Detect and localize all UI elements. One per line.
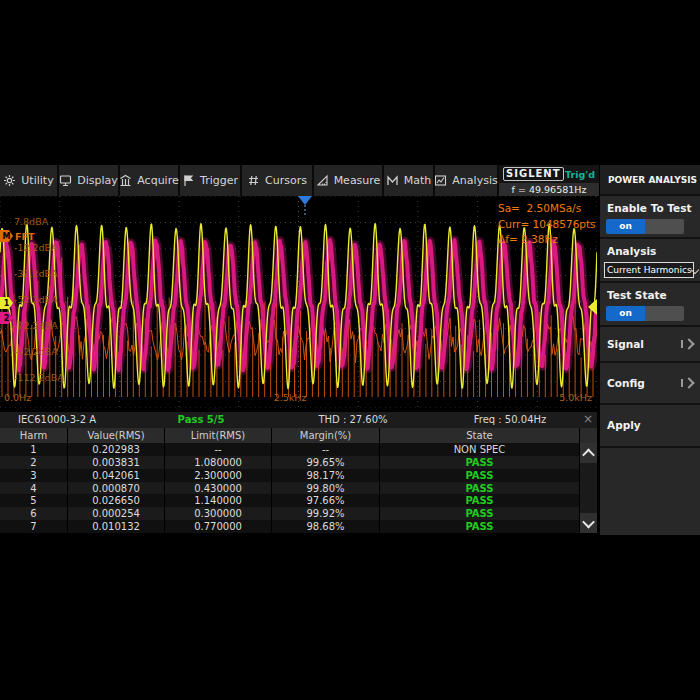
freq-axis-label-right: 5.0kHz xyxy=(559,392,592,403)
toggle-on-state: on xyxy=(606,306,645,321)
apply-label: Apply xyxy=(607,419,641,431)
menu-measure[interactable]: Measure xyxy=(314,165,382,196)
analysis-icon xyxy=(434,174,447,187)
signal-menu-item[interactable]: Signal xyxy=(600,327,700,363)
measure-icon xyxy=(316,174,329,187)
table-row[interactable]: 7 0.010132 0.770000 98.68% PASS xyxy=(0,520,597,533)
cell-limit: 0.430000 xyxy=(165,482,272,495)
panel-title: POWER ANALYSIS xyxy=(608,175,697,185)
cell-limit: 2.300000 xyxy=(165,469,272,482)
apply-button[interactable]: Apply xyxy=(600,405,700,448)
submenu-arrow-icon xyxy=(681,379,693,387)
analysis-dropdown[interactable]: Current Harmonics xyxy=(604,262,694,278)
cell-margin: 98.17% xyxy=(272,469,380,482)
config-menu-item[interactable]: Config xyxy=(600,363,700,405)
menu-label: Utility xyxy=(21,174,53,187)
close-icon[interactable]: × xyxy=(581,412,595,428)
cell-harm: 5 xyxy=(0,494,68,507)
cell-harm: 1 xyxy=(0,443,68,456)
cell-limit: -- xyxy=(165,443,272,456)
toggle-off-state xyxy=(645,219,684,234)
cell-margin: 99.80% xyxy=(272,482,380,495)
cell-value: 0.202983 xyxy=(68,443,165,456)
menu-analysis[interactable]: Analysis xyxy=(435,165,497,196)
menu-cursors[interactable]: Cursors xyxy=(242,165,312,196)
config-label: Config xyxy=(607,377,645,389)
gear-icon xyxy=(3,174,16,187)
menu-math[interactable]: Math xyxy=(384,165,433,196)
table-body: 1 0.202983 -- -- NON SPEC 2 0.003831 1.0… xyxy=(0,443,597,533)
submenu-arrow-icon xyxy=(681,340,693,348)
table-row[interactable]: 6 0.000254 0.300000 99.92% PASS xyxy=(0,507,597,520)
cell-value: 0.000254 xyxy=(68,507,165,520)
trigger-flag-icon xyxy=(182,174,195,187)
db-scale-label: -12.2dBA xyxy=(14,242,58,253)
scroll-up-icon[interactable] xyxy=(580,443,597,463)
table-row[interactable]: 4 0.000870 0.430000 99.80% PASS xyxy=(0,482,597,495)
menu-acquire[interactable]: Acquire xyxy=(120,165,178,196)
test-state-section: Test State on xyxy=(600,283,700,327)
table-row[interactable]: 5 0.026650 1.140000 97.66% PASS xyxy=(0,494,597,507)
enable-to-test-section: Enable To Test on xyxy=(600,196,700,239)
table-row[interactable]: 1 0.202983 -- -- NON SPEC xyxy=(0,443,597,456)
enable-to-test-toggle[interactable]: on xyxy=(606,219,684,234)
cell-margin: -- xyxy=(272,443,380,456)
table-header: Harm Value(RMS) Limit(RMS) Margin(%) Sta… xyxy=(0,428,597,443)
cell-harm: 6 xyxy=(0,507,68,520)
cell-value: 0.026650 xyxy=(68,494,165,507)
cell-margin: 98.68% xyxy=(272,520,380,533)
cell-value: 0.000870 xyxy=(68,482,165,495)
table-scrollbar[interactable] xyxy=(580,443,597,533)
menu-label: Cursors xyxy=(265,174,307,187)
db-scale-label: -112.2dBA xyxy=(14,372,64,383)
col-header-state: State xyxy=(380,428,580,443)
cell-limit: 0.770000 xyxy=(165,520,272,533)
menu-display[interactable]: Display xyxy=(59,165,118,196)
menu-trigger[interactable]: Trigger xyxy=(180,165,240,196)
db-scale-label: -92.2dBA xyxy=(14,346,58,357)
signal-label: Signal xyxy=(607,338,644,350)
col-header-limit: Limit(RMS) xyxy=(165,428,272,443)
power-analysis-panel: POWER ANALYSIS Enable To Test on Analysi… xyxy=(600,165,700,535)
db-scale-label: -32.2dBA xyxy=(14,268,58,279)
table-row[interactable]: 2 0.003831 1.080000 99.65% PASS xyxy=(0,456,597,469)
cell-limit: 0.300000 xyxy=(165,507,272,520)
harmonics-test-table: IEC61000-3-2 A Pass 5/5 THD : 27.60% Fre… xyxy=(0,412,597,533)
brand-block: SIGLENT Trig'd f = 49.96581Hz xyxy=(499,165,599,196)
freq-axis-label-mid: 2.5kHz xyxy=(274,392,307,403)
menu-label: Analysis xyxy=(452,174,497,187)
test-state-toggle[interactable]: on xyxy=(606,306,684,321)
col-header-margin: Margin(%) xyxy=(272,428,380,443)
cell-value: 0.042061 xyxy=(68,469,165,482)
cell-state: PASS xyxy=(380,482,580,495)
cell-harm: 7 xyxy=(0,520,68,533)
cell-margin: 97.66% xyxy=(272,494,380,507)
display-icon xyxy=(59,174,72,187)
scroll-down-icon[interactable] xyxy=(580,513,597,533)
cell-state: NON SPEC xyxy=(380,443,580,456)
col-header-harm: Harm xyxy=(0,428,68,443)
panel-empty-area xyxy=(600,448,700,535)
menu-utility[interactable]: Utility xyxy=(0,165,57,196)
cell-margin: 99.65% xyxy=(272,456,380,469)
cell-limit: 1.080000 xyxy=(165,456,272,469)
col-header-spacer xyxy=(580,428,597,443)
menu-label: Display xyxy=(77,174,118,187)
fft-acquisition-info: Sa= 2.50MSa/s Curr= 1048576pts Δf= 2.38H… xyxy=(498,201,596,248)
cell-harm: 2 xyxy=(0,456,68,469)
top-menu-bar: Utility Display Acquire Trigger Cursors … xyxy=(0,165,597,196)
cell-harm: 4 xyxy=(0,482,68,495)
standard-name: IEC61000-3-2 A xyxy=(18,412,96,428)
cell-margin: 99.92% xyxy=(272,507,380,520)
db-scale-label: 7.8dBA xyxy=(14,216,48,227)
cell-state: PASS xyxy=(380,494,580,507)
table-row[interactable]: 3 0.042061 2.300000 98.17% PASS xyxy=(0,469,597,482)
toggle-off-state xyxy=(645,306,684,321)
math-icon xyxy=(386,174,399,187)
test-state-label: Test State xyxy=(607,289,667,301)
cursors-icon xyxy=(247,174,260,187)
trigger-position-marker[interactable] xyxy=(298,196,312,205)
freq-axis-label-left: 0.0Hz xyxy=(4,392,31,403)
cell-state: PASS xyxy=(380,469,580,482)
siglent-logo: SIGLENT xyxy=(503,167,564,181)
